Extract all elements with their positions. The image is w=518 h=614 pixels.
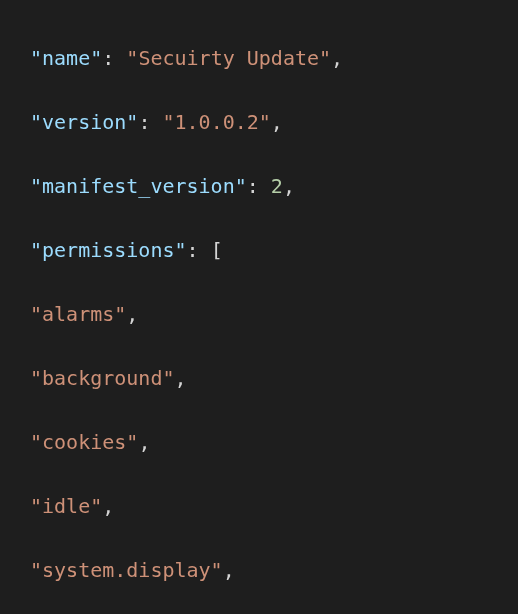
comma: , xyxy=(271,110,283,134)
colon: : xyxy=(102,46,126,70)
json-string: "Secuirty Update" xyxy=(126,46,331,70)
colon: : xyxy=(247,174,271,198)
comma: , xyxy=(102,494,114,518)
comma: , xyxy=(126,302,138,326)
json-string: "cookies" xyxy=(30,430,138,454)
json-key: "permissions" xyxy=(30,238,187,262)
comma: , xyxy=(331,46,343,70)
code-line: "name": "Secuirty Update", xyxy=(30,42,518,74)
json-key: "version" xyxy=(30,110,138,134)
comma: , xyxy=(223,558,235,582)
code-editor[interactable]: "name": "Secuirty Update", "version": "1… xyxy=(0,0,518,614)
code-line: "permissions": [ xyxy=(30,234,518,266)
json-string: "1.0.0.2" xyxy=(162,110,270,134)
json-string: "idle" xyxy=(30,494,102,518)
open-bracket: [ xyxy=(211,238,223,262)
comma: , xyxy=(175,366,187,390)
json-string: "background" xyxy=(30,366,175,390)
code-line: "manifest_version": 2, xyxy=(30,170,518,202)
json-key: "manifest_version" xyxy=(30,174,247,198)
code-line: "idle", xyxy=(30,490,518,522)
json-key: "name" xyxy=(30,46,102,70)
colon: : xyxy=(187,238,211,262)
comma: , xyxy=(138,430,150,454)
code-line: "alarms", xyxy=(30,298,518,330)
json-number: 2 xyxy=(271,174,283,198)
code-line: "system.display", xyxy=(30,554,518,586)
code-line: "background", xyxy=(30,362,518,394)
json-string: "system.display" xyxy=(30,558,223,582)
json-string: "alarms" xyxy=(30,302,126,326)
code-line: "cookies", xyxy=(30,426,518,458)
comma: , xyxy=(283,174,295,198)
code-line: "version": "1.0.0.2", xyxy=(30,106,518,138)
colon: : xyxy=(138,110,162,134)
